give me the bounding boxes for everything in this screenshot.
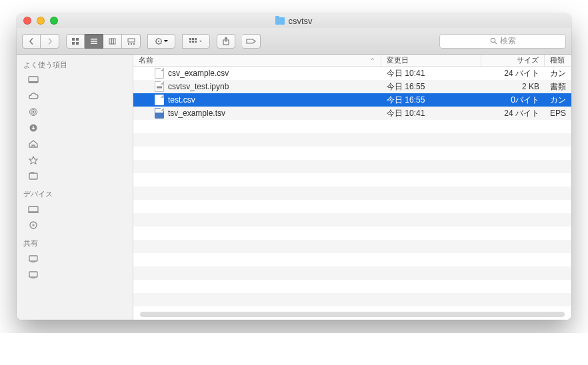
action-group	[147, 34, 175, 49]
nav-buttons	[22, 34, 59, 49]
sidebar-item-shared-1[interactable]	[17, 250, 133, 266]
svg-rect-19	[189, 41, 191, 43]
file-name-cell: csv_example.csv	[133, 68, 381, 79]
svg-rect-12	[131, 43, 132, 45]
sidebar-item-icloud[interactable]	[17, 88, 133, 104]
close-window-button[interactable]	[23, 17, 31, 25]
file-row[interactable]: csvtsv_test.ipynb今日 16:552 KB書類	[133, 80, 571, 93]
traffic-lights	[23, 17, 58, 25]
file-date-cell: 今日 16:55	[381, 81, 481, 93]
svg-point-23	[491, 38, 495, 42]
file-rows: csv_example.csv今日 10:4124 バイトカンcsvtsv_te…	[133, 67, 571, 320]
column-header-date[interactable]: 変更日	[381, 55, 481, 66]
svg-rect-26	[29, 81, 38, 83]
svg-rect-0	[72, 38, 75, 41]
file-kind-cell: カン	[545, 68, 571, 79]
svg-rect-17	[192, 38, 194, 40]
svg-rect-11	[128, 43, 129, 45]
sidebar: よく使う項目 デバイス	[17, 55, 133, 320]
column-header-kind[interactable]: 種類	[545, 55, 571, 66]
gallery-view-button[interactable]	[122, 34, 141, 49]
forward-button[interactable]	[41, 34, 59, 49]
sidebar-item-applications[interactable]	[17, 152, 133, 168]
file-kind-cell: EPS	[545, 109, 571, 118]
sidebar-item-desktop[interactable]	[17, 72, 133, 88]
file-kind-cell: カン	[545, 95, 571, 106]
sidebar-item-shared-2[interactable]	[17, 266, 133, 282]
file-name: csvtsv_test.ipynb	[168, 82, 229, 91]
file-icon	[155, 95, 164, 105]
svg-rect-2	[72, 42, 75, 45]
svg-rect-10	[128, 39, 135, 42]
icon-view-button[interactable]	[66, 34, 85, 49]
arrange-menu-button[interactable]	[182, 34, 210, 49]
file-row[interactable]: tsv_example.tsv今日 10:4124 バイトEPS	[133, 107, 571, 120]
svg-rect-16	[189, 38, 191, 40]
sidebar-item-home[interactable]	[17, 136, 133, 152]
svg-rect-31	[29, 173, 37, 179]
svg-point-15	[158, 41, 159, 42]
file-size-cell: 24 バイト	[481, 108, 545, 119]
search-field[interactable]: 検索	[439, 34, 566, 49]
file-date-cell: 今日 16:55	[381, 95, 481, 106]
action-menu-button[interactable]	[147, 34, 175, 49]
file-size-cell: 2 KB	[481, 82, 545, 91]
sidebar-item-airdrop[interactable]	[17, 104, 133, 120]
file-row[interactable]: csv_example.csv今日 10:4124 バイトカン	[133, 67, 571, 80]
column-header-name[interactable]: 名前 ⌃	[133, 55, 381, 66]
file-date-cell: 今日 10:41	[381, 108, 481, 119]
back-button[interactable]	[22, 34, 41, 49]
column-view-button[interactable]	[103, 34, 122, 49]
file-name-cell: csvtsv_test.ipynb	[133, 81, 381, 92]
svg-rect-36	[29, 256, 37, 261]
horizontal-scrollbar[interactable]	[140, 312, 565, 317]
svg-rect-32	[29, 206, 38, 212]
file-icon	[155, 81, 164, 92]
file-row[interactable]: test.csv今日 16:550バイトカン	[133, 93, 571, 107]
sidebar-section-devices: デバイス	[17, 184, 133, 201]
file-name: test.csv	[168, 95, 195, 105]
svg-point-27	[33, 111, 35, 113]
svg-rect-20	[192, 41, 194, 43]
svg-rect-37	[31, 262, 35, 262]
file-name: csv_example.csv	[168, 69, 229, 78]
svg-rect-13	[133, 43, 135, 45]
file-name-cell: tsv_example.tsv	[133, 108, 381, 119]
file-kind-cell: 書類	[545, 81, 571, 93]
sidebar-item-computer[interactable]	[17, 201, 133, 217]
window-title-text: csvtsv	[288, 16, 312, 26]
sidebar-item-downloads[interactable]	[17, 120, 133, 136]
sidebar-item-disc[interactable]	[17, 217, 133, 233]
svg-rect-38	[29, 272, 37, 277]
window-title: csvtsv	[17, 16, 571, 26]
empty-stripes	[133, 120, 571, 320]
titlebar: csvtsv	[17, 13, 571, 28]
svg-rect-21	[195, 41, 197, 43]
column-header-size[interactable]: サイズ	[481, 55, 545, 66]
file-date-cell: 今日 10:41	[381, 68, 481, 79]
file-icon	[155, 108, 164, 119]
search-placeholder: 検索	[500, 35, 516, 47]
sidebar-item-documents[interactable]	[17, 168, 133, 184]
minimize-window-button[interactable]	[37, 17, 45, 25]
svg-rect-3	[76, 42, 79, 45]
finder-window: csvtsv	[17, 13, 571, 320]
svg-point-35	[33, 224, 34, 226]
file-icon	[155, 68, 164, 79]
list-view-button[interactable]	[85, 34, 103, 49]
svg-rect-1	[76, 38, 79, 41]
sidebar-section-favorites: よく使う項目	[17, 55, 133, 72]
zoom-window-button[interactable]	[50, 17, 58, 25]
svg-rect-39	[31, 278, 35, 278]
view-switcher	[66, 34, 141, 49]
svg-rect-9	[113, 39, 115, 44]
file-list-pane: 名前 ⌃ 変更日 サイズ 種類 csv_example.csv今日 10:412…	[133, 55, 571, 320]
column-headers: 名前 ⌃ 変更日 サイズ 種類	[133, 55, 571, 67]
file-name: tsv_example.tsv	[168, 109, 225, 118]
tags-button[interactable]	[242, 34, 261, 49]
file-name-cell: test.csv	[133, 95, 381, 105]
svg-rect-6	[91, 43, 97, 44]
share-button[interactable]	[217, 34, 235, 49]
svg-rect-4	[91, 39, 97, 40]
search-icon	[490, 37, 497, 45]
